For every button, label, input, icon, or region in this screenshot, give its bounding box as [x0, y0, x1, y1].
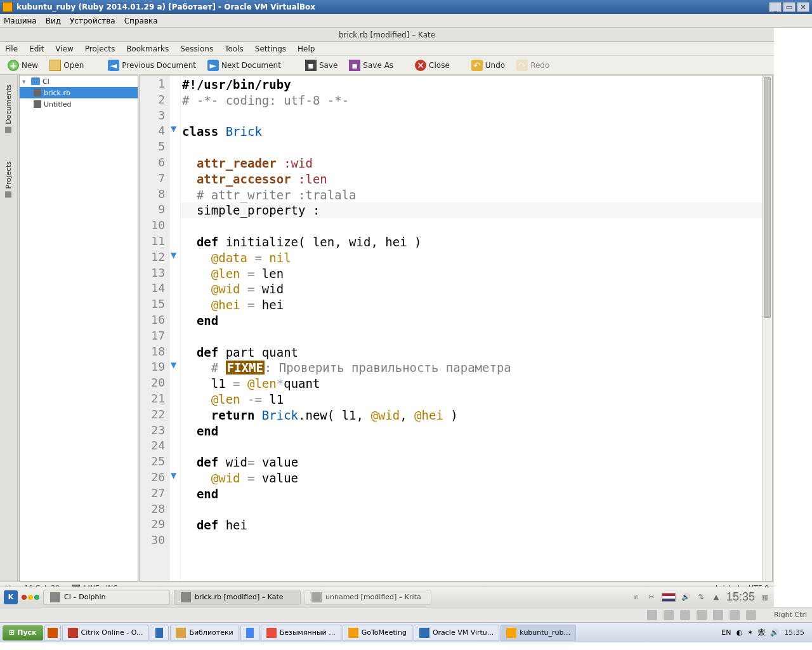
tree-file-brick[interactable]: brick.rb: [20, 87, 138, 98]
gotomeeting-icon: [348, 628, 358, 638]
vbox-title: kubuntu_ruby (Ruby 2014.01.29 a) [Работа…: [16, 3, 768, 11]
undo-button[interactable]: ↶Undo: [469, 58, 508, 72]
task-citrix[interactable]: Citrix Online - O...: [62, 625, 149, 641]
dolphin-icon: [50, 592, 60, 602]
menu-help[interactable]: Help: [298, 44, 315, 53]
krita-icon: [311, 592, 322, 602]
vbox-statusbar: Right Ctrl: [0, 607, 812, 622]
chevron-up-icon[interactable]: ▲: [711, 592, 721, 602]
saveas-button[interactable]: ▪Save As: [346, 58, 396, 72]
task-paint[interactable]: Безымянный ...: [261, 625, 341, 641]
vertical-scrollbar[interactable]: [762, 76, 772, 581]
editor-pane[interactable]: 1234567891011121314151617181920212223242…: [140, 75, 773, 581]
redo-button[interactable]: ↷Redo: [514, 58, 552, 72]
menu-view[interactable]: View: [55, 44, 73, 53]
close-button[interactable]: ✕: [797, 2, 809, 12]
show-desktop-icon[interactable]: ▥: [760, 592, 770, 602]
menu-sessions[interactable]: Sessions: [180, 44, 213, 53]
kde-systray: ⎚ ✂ 🔊 ⇅ ▲ 15:35 ▥: [631, 590, 770, 604]
menu-tools[interactable]: Tools: [225, 44, 244, 53]
menu-help[interactable]: Справка: [124, 17, 158, 25]
mouse-icon[interactable]: [746, 610, 756, 620]
tray-icon[interactable]: ◐: [736, 628, 742, 637]
clock[interactable]: 15:35: [726, 590, 755, 604]
maximize-button[interactable]: ▭: [783, 2, 796, 12]
vbox-icon: [3, 2, 13, 12]
prev-doc-button[interactable]: ◄Previous Document: [105, 58, 199, 72]
windows-start-button[interactable]: ⊞Пуск: [3, 625, 43, 640]
network-icon[interactable]: ⇅: [696, 592, 706, 602]
menu-file[interactable]: File: [5, 44, 18, 53]
tab-documents[interactable]: Documents: [3, 80, 15, 138]
opera-icon: [48, 628, 58, 638]
fold-marker-icon[interactable]: ▼: [171, 361, 176, 369]
vm-guest-area: brick.rb [modified] – Kate File Edit Vie…: [0, 28, 774, 607]
floppy-pen-icon: ▪: [349, 60, 360, 71]
network-icon[interactable]: [697, 610, 707, 620]
current-line: simple_property :: [181, 202, 762, 218]
menu-devices[interactable]: Устройства: [70, 17, 115, 25]
fold-marker-icon[interactable]: ▼: [171, 124, 176, 133]
new-button[interactable]: +New: [5, 58, 41, 72]
minimize-button[interactable]: _: [769, 2, 782, 12]
word-icon: [155, 628, 163, 638]
volume-icon[interactable]: 🔊: [770, 628, 779, 637]
language-indicator[interactable]: EN: [721, 628, 731, 637]
tray-device-icon[interactable]: ⎚: [631, 592, 641, 602]
menu-machine[interactable]: Машина: [4, 17, 37, 25]
hdd-icon[interactable]: [647, 610, 657, 620]
menu-bookmarks[interactable]: Bookmarks: [126, 44, 169, 53]
arrow-left-icon: ◄: [108, 60, 119, 71]
task-krita[interactable]: unnamed [modified] – Krita: [304, 590, 431, 605]
next-doc-button[interactable]: ►Next Document: [205, 58, 284, 72]
windows-systray: EN ◐ ✶ 🕸 🔊 15:35: [716, 628, 809, 637]
optical-icon[interactable]: [664, 610, 674, 620]
kate-titlebar: brick.rb [modified] – Kate: [0, 28, 774, 42]
fold-marker-icon[interactable]: ▼: [171, 251, 176, 260]
menu-projects[interactable]: Projects: [85, 44, 115, 53]
windows-taskbar: ⊞Пуск Citrix Online - O... Библиотеки Бе…: [0, 622, 812, 642]
menu-edit[interactable]: Edit: [29, 44, 44, 53]
task-vbox-manager[interactable]: Oracle VM Virtu...: [414, 625, 499, 641]
task-dolphin[interactable]: Cl – Dolphin: [43, 590, 170, 605]
open-button[interactable]: Open: [47, 58, 86, 72]
code-area[interactable]: #!/usr/bin/ruby # -*- coding: utf-8 -*- …: [181, 76, 762, 581]
tree-folder[interactable]: ▾Cl: [20, 76, 138, 87]
clipboard-icon[interactable]: ✂: [646, 592, 657, 602]
task-kate[interactable]: brick.rb [modified] – Kate: [174, 590, 301, 605]
tray-icon[interactable]: ✶: [747, 628, 753, 637]
save-button[interactable]: ▪Save: [303, 58, 340, 72]
folder-icon: [31, 77, 40, 85]
tray-icon[interactable]: 🕸: [758, 628, 765, 637]
shared-folder-icon[interactable]: [713, 610, 723, 620]
kde-start-button[interactable]: K: [4, 590, 18, 604]
menu-settings[interactable]: Settings: [255, 44, 286, 53]
redo-icon: ↷: [516, 60, 528, 71]
quick-launch[interactable]: [44, 625, 61, 641]
task-chrome[interactable]: [240, 625, 259, 641]
volume-icon[interactable]: 🔊: [681, 592, 691, 602]
usb-icon[interactable]: [680, 610, 690, 620]
task-gotomeeting[interactable]: GoToMeeting: [343, 625, 412, 641]
task-word[interactable]: [150, 625, 169, 641]
line-gutter: 1234567891011121314151617181920212223242…: [140, 76, 169, 581]
file-icon: [34, 89, 41, 96]
activity-switcher[interactable]: [22, 595, 39, 600]
opera-icon: [68, 628, 78, 638]
fold-column[interactable]: ▼ ▼ ▼ ▼: [169, 76, 181, 581]
documents-icon: [6, 127, 12, 133]
display-icon[interactable]: [730, 610, 740, 620]
close-doc-button[interactable]: ✕Close: [412, 58, 452, 72]
windows-clock[interactable]: 15:35: [784, 628, 804, 637]
tab-projects[interactable]: Projects: [3, 157, 15, 202]
task-vbox-vm[interactable]: kubuntu_rub...: [501, 625, 576, 641]
vbox-menubar: Машина Вид Устройства Справка: [0, 14, 812, 28]
task-libraries[interactable]: Библиотеки: [170, 625, 239, 641]
fold-marker-icon[interactable]: ▼: [171, 471, 176, 480]
undo-icon: ↶: [471, 60, 483, 71]
keyboard-layout-icon[interactable]: [662, 593, 676, 602]
vm-icon: [506, 628, 516, 638]
scroll-thumb[interactable]: [764, 77, 771, 318]
tree-file-untitled[interactable]: Untitled: [20, 98, 138, 110]
menu-view[interactable]: Вид: [46, 17, 61, 25]
